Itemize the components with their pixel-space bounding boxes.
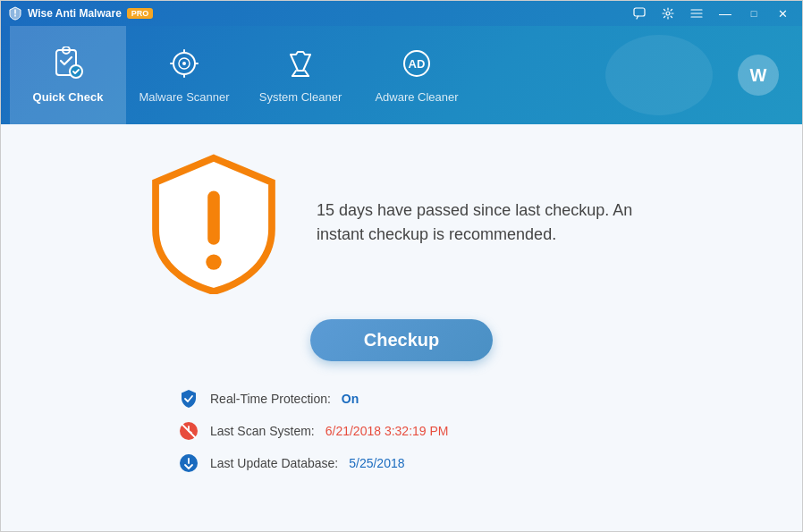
nav-bar: Quick Check Malware Scanner [1, 26, 802, 124]
malware-scanner-icon [167, 46, 201, 85]
tab-adware-cleaner-label: Adware Cleaner [375, 90, 458, 104]
title-bar: Wise Anti Malware PRO — □ ✕ [1, 1, 802, 26]
title-bar-left: Wise Anti Malware PRO [8, 6, 153, 21]
svg-point-10 [182, 62, 186, 65]
update-label: Last Update Database: [210, 456, 338, 470]
minimize-button[interactable]: — [713, 4, 738, 22]
app-title: Wise Anti Malware [28, 7, 122, 20]
protection-label: Real-Time Protection: [210, 392, 331, 406]
shield-warning-icon [147, 151, 281, 294]
status-item-scan: Last Scan System: 6/21/2018 3:32:19 PM [178, 420, 625, 442]
tab-system-cleaner-label: System Cleaner [259, 90, 342, 104]
svg-rect-17 [207, 191, 220, 245]
adware-cleaner-icon: AD [400, 46, 434, 85]
checkup-button[interactable]: Checkup [310, 319, 493, 361]
status-list: Real-Time Protection: On Last Scan Syste… [178, 388, 625, 474]
update-value: 5/25/2018 [349, 456, 404, 470]
app-icon [8, 6, 22, 21]
nav-tabs: Quick Check Malware Scanner [10, 26, 738, 124]
menu-icon[interactable] [684, 4, 709, 22]
svg-rect-0 [634, 8, 645, 16]
svg-point-1 [666, 12, 670, 15]
close-button[interactable]: ✕ [770, 4, 795, 22]
protection-value[interactable]: On [342, 392, 359, 406]
shield-check-icon [178, 388, 199, 410]
maximize-button[interactable]: □ [741, 4, 766, 22]
main-content: 15 days have passed since last checkup. … [1, 124, 802, 532]
quick-check-icon [51, 46, 85, 85]
status-item-update: Last Update Database: 5/25/2018 [178, 452, 625, 474]
scan-value: 6/21/2018 3:32:19 PM [325, 424, 449, 438]
warning-section: 15 days have passed since last checkup. … [37, 151, 766, 294]
scan-label: Last Scan System: [210, 424, 315, 438]
user-avatar[interactable]: W [738, 55, 779, 96]
svg-text:AD: AD [409, 57, 426, 71]
update-icon [178, 452, 199, 474]
tab-malware-scanner[interactable]: Malware Scanner [126, 26, 242, 124]
title-bar-controls: — □ ✕ [627, 4, 795, 22]
pro-badge: PRO [127, 8, 154, 19]
settings-icon[interactable] [655, 4, 680, 22]
svg-point-18 [206, 254, 221, 269]
system-cleaner-icon [283, 46, 317, 85]
status-item-protection: Real-Time Protection: On [178, 388, 625, 410]
warning-message: 15 days have passed since last checkup. … [317, 198, 656, 247]
tab-quick-check-label: Quick Check [33, 90, 104, 104]
chat-icon[interactable] [627, 4, 652, 22]
tab-quick-check[interactable]: Quick Check [10, 26, 126, 124]
tab-malware-scanner-label: Malware Scanner [139, 90, 229, 104]
tab-system-cleaner[interactable]: System Cleaner [242, 26, 359, 124]
scan-clock-icon [178, 420, 199, 442]
user-avatar-label: W [750, 65, 767, 86]
tab-adware-cleaner[interactable]: AD Adware Cleaner [359, 26, 475, 124]
